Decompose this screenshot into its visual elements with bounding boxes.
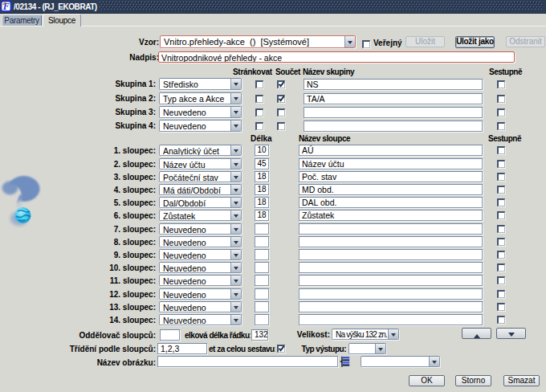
svg-text:F: F [2,1,10,12]
